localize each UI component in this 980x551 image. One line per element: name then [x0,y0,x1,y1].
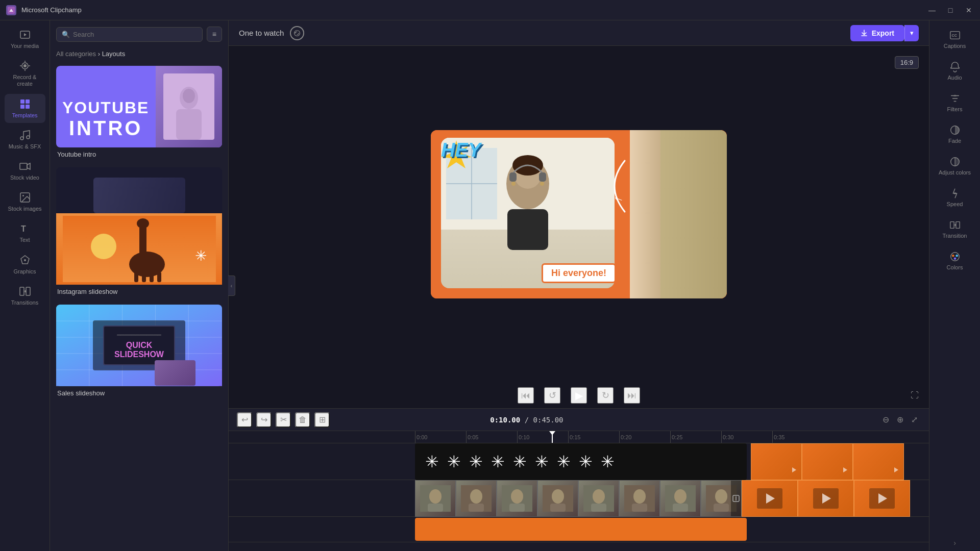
svg-point-105 [955,255,958,257]
right-item-fade[interactable]: Fade [935,119,975,149]
template-quick-slideshow[interactable]: ──────────── QUICKSLIDESHOW Sales slides… [56,305,222,400]
sidebar-item-music-sfx[interactable]: Music & SFX [5,125,45,154]
play-button[interactable]: ▶ [571,387,587,404]
search-wrapper[interactable]: 🔍 [56,27,203,42]
video-preview: HEY Hi everyone! ← ✳ [431,130,727,298]
template-youtube-intro[interactable]: YOUTUBE INTRO [56,66,222,161]
right-item-colors[interactable]: Colors [935,246,975,276]
right-item-captions[interactable]: CC Captions [935,24,975,54]
breadcrumb: All categories › Layouts [50,48,228,62]
svg-point-14 [27,136,30,139]
sidebar-item-templates[interactable]: Templates [5,94,45,123]
video-clip-6[interactable] [619,480,660,517]
zoom-in-button[interactable]: ⊕ [894,414,906,426]
cut-button[interactable]: ✂ [276,412,291,428]
clip-separator[interactable] [731,481,741,516]
time-current: 0:10.00 [490,416,520,424]
export-dropdown-button[interactable]: ▾ [904,25,919,41]
sidebar-item-your-media[interactable]: Your media [5,24,45,54]
right-panel: CC Captions Audio Filters Fa [929,20,980,551]
redo-button[interactable]: ↪ [256,412,272,428]
right-item-filters[interactable]: Filters [935,88,975,117]
close-button[interactable]: ✕ [964,6,974,14]
video-clip-4[interactable] [537,480,578,517]
right-item-transition[interactable]: Transition [935,214,975,244]
maximize-button[interactable]: □ [945,6,955,14]
animation-track: ✳ ✳ ✳ ✳ ✳ ✳ ✳ ✳ ✳ [229,443,929,480]
hi-badge: Hi everyone! [542,263,616,283]
video-clip-3[interactable] [497,480,537,517]
svg-rect-34 [157,272,161,282]
rewind-button[interactable]: ↺ [544,387,560,404]
breadcrumb-separator: › [98,50,102,58]
right-label-filters: Filters [947,106,963,112]
delete-button[interactable]: 🗑 [295,412,310,428]
export-button[interactable]: Export [850,25,904,41]
template-instagram-slideshow[interactable]: ↙ [56,167,222,298]
sidebar-item-text[interactable]: T Text [5,218,45,247]
video-clip-2[interactable] [456,480,497,517]
center-area: One to watch Export ▾ [229,20,929,551]
sidebar-item-record-create[interactable]: Record & create [5,56,45,91]
svg-rect-32 [142,272,146,282]
right-item-adjust-colors[interactable]: Adjust colors [935,151,975,181]
fullscreen-button[interactable]: ⛶ [911,391,919,400]
yt-thumb-image [156,66,222,147]
svg-marker-96 [953,95,957,97]
timeline-section: ↩ ↪ ✂ 🗑 ⊞ 0:10.00 / 0:45.00 ⊖ ⊕ ⤢ [229,408,929,551]
breadcrumb-parent[interactable]: All categories [56,50,96,58]
video-clips-container [415,480,910,517]
sidebar-item-stock-images[interactable]: Stock images [5,187,45,216]
video-clip-7[interactable] [660,480,701,517]
svg-point-66 [470,489,482,504]
svg-point-63 [429,489,442,504]
aspect-ratio-badge[interactable]: 16:9 [895,56,919,69]
right-item-audio[interactable]: Audio [935,56,975,86]
video-clip-8[interactable] [701,480,742,517]
orange-color-bar[interactable] [415,518,747,541]
orange-clip-1[interactable] [751,443,802,480]
copy-button[interactable]: ⊞ [314,412,330,428]
minimize-button[interactable]: — [927,6,937,14]
curve-decoration [599,156,630,217]
svg-rect-15 [20,163,27,169]
star-3: ✳ [469,452,483,471]
fast-forward-button[interactable]: ↻ [597,387,614,404]
orange-clip-2[interactable] [802,443,853,480]
time-total: 0:45.00 [533,416,564,424]
right-item-speed[interactable]: Speed [935,183,975,212]
orange-video-2[interactable] [798,480,854,517]
template-label-instagram: Instagram slideshow [56,285,222,298]
svg-rect-70 [509,504,525,512]
svg-text:T: T [21,224,26,233]
timeline-toolbar: ↩ ↪ ✂ 🗑 ⊞ 0:10.00 / 0:45.00 ⊖ ⊕ ⤢ [229,409,929,431]
svg-rect-64 [428,504,443,512]
svg-rect-85 [714,504,729,512]
svg-point-69 [511,489,523,504]
skip-to-start-button[interactable]: ⏮ [518,387,534,404]
animation-clip[interactable]: ✳ ✳ ✳ ✳ ✳ ✳ ✳ ✳ ✳ [415,443,747,480]
side-panel [630,130,727,298]
svg-rect-22 [26,287,30,295]
skip-to-end-button[interactable]: ⏭ [624,387,640,404]
orange-video-3[interactable] [854,480,910,517]
sidebar-item-stock-video[interactable]: Stock video [5,156,45,185]
orange-video-1[interactable] [742,480,798,517]
sync-icon[interactable] [290,26,304,40]
right-panel-collapse[interactable]: › [953,539,956,547]
filter-button[interactable]: ≡ [207,27,222,42]
search-input[interactable] [73,31,197,38]
zoom-out-button[interactable]: ⊖ [880,414,892,426]
undo-button[interactable]: ↩ [237,412,252,428]
panel-collapse-handle[interactable]: ‹ [228,276,235,296]
video-clip-1[interactable] [415,480,456,517]
orange-clip-3[interactable] [853,443,904,480]
fit-button[interactable]: ⤢ [909,414,921,426]
svg-rect-33 [150,272,154,282]
sidebar-item-graphics[interactable]: Graphics [5,250,45,279]
sidebar-label-music-sfx: Music & SFX [9,143,41,150]
svg-point-54 [511,182,516,186]
templates-panel: 🔍 ≡ All categories › Layouts YOUTUBE INT… [50,20,229,551]
sidebar-item-transitions[interactable]: Transitions [5,281,45,310]
video-clip-5[interactable] [578,480,619,517]
